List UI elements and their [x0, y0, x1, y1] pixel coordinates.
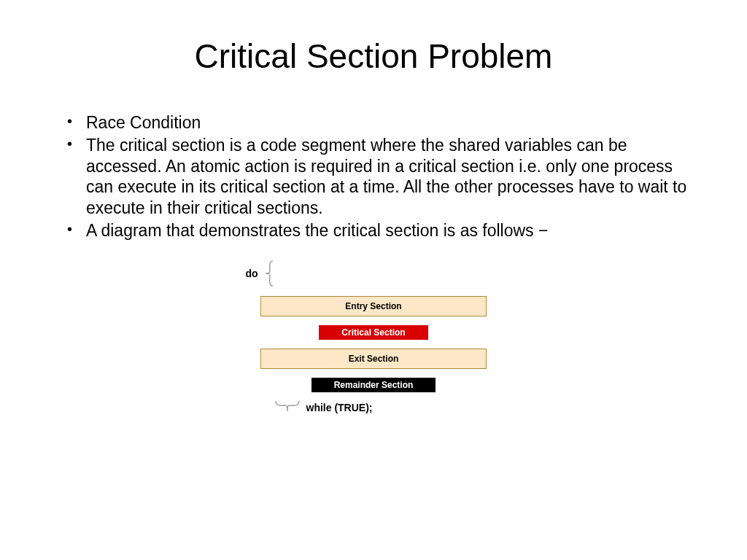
brace-close-icon: [273, 398, 302, 417]
slide-title: Critical Section Problem: [58, 36, 689, 76]
slide: Critical Section Problem Race Condition …: [0, 0, 747, 560]
bullet-item: Race Condition: [58, 112, 689, 133]
bullet-item: A diagram that demonstrates the critical…: [58, 220, 689, 241]
while-label: while (TRUE);: [306, 402, 373, 413]
critical-section-box: Critical Section: [319, 325, 428, 340]
while-row: while (TRUE);: [273, 398, 373, 417]
do-row: do: [245, 260, 275, 287]
bullet-item: The critical section is a code segment w…: [58, 135, 689, 219]
entry-section-box: Entry Section: [260, 296, 487, 316]
remainder-section-box: Remainder Section: [311, 378, 436, 392]
brace-open-icon: [263, 260, 276, 287]
critical-section-diagram: do Entry Section Critical Section Exit S…: [58, 260, 689, 417]
bullet-list: Race Condition The critical section is a…: [58, 112, 689, 241]
exit-section-box: Exit Section: [260, 349, 487, 369]
do-label: do: [245, 268, 258, 279]
